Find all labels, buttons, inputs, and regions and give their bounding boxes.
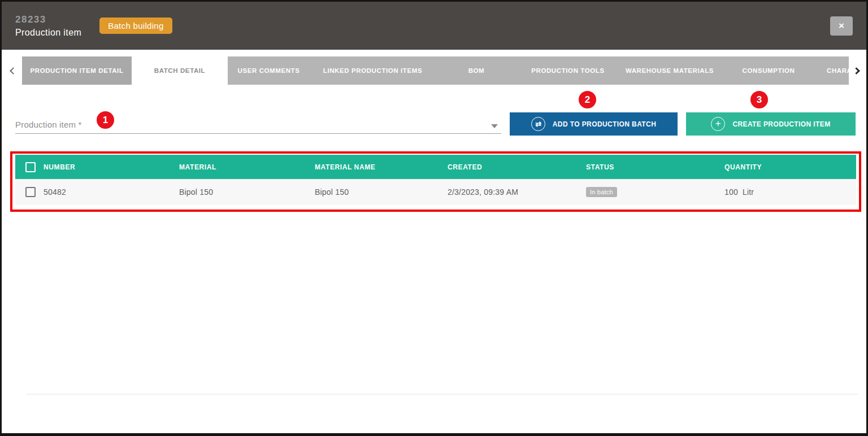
- row-material: Bipol 150: [179, 179, 315, 205]
- plus-circle-icon: +: [711, 117, 725, 131]
- tab-production-tools[interactable]: PRODUCTION TOOLS: [517, 56, 619, 85]
- dropdown-arrow-icon[interactable]: [491, 124, 498, 128]
- production-item-dialog: 28233 Production item Batch building × P…: [0, 0, 868, 436]
- tab-user-comments[interactable]: USER COMMENTS: [228, 56, 310, 85]
- close-icon: ×: [839, 21, 844, 30]
- row-quantity-cell: 100 Litr: [724, 179, 856, 205]
- create-production-item-label: CREATE PRODUCTION ITEM: [732, 120, 830, 128]
- row-checkbox[interactable]: [25, 187, 36, 197]
- column-header-quantity: QUANTITY: [724, 155, 856, 179]
- status-badge: Batch building: [99, 18, 172, 34]
- create-production-item-button[interactable]: + CREATE PRODUCTION ITEM: [686, 112, 856, 136]
- tabs-scroll-right-button[interactable]: [849, 56, 866, 85]
- column-header-material-name: MATERIAL NAME: [315, 155, 448, 179]
- row-created: 2/3/2023, 09:39 AM: [448, 179, 586, 205]
- bottom-divider: [27, 394, 858, 395]
- chevron-left-icon: [10, 67, 17, 75]
- annotation-step-2: 2: [579, 91, 596, 108]
- swap-arrows-icon: ⇄: [531, 117, 545, 131]
- production-item-number: 28233: [15, 14, 81, 25]
- tab-strip: PRODUCTION ITEM DETAIL BATCH DETAIL USER…: [22, 56, 866, 85]
- column-header-created: CREATED: [448, 155, 586, 179]
- dialog-header: 28233 Production item Batch building ×: [2, 2, 866, 50]
- table-row[interactable]: 50482 Bipol 150 Bipol 150 2/3/2023, 09:3…: [15, 179, 856, 205]
- batch-items-table-annotation-frame: NUMBER MATERIAL MATERIAL NAME CREATED ST…: [10, 151, 861, 212]
- tabs-scroll-left-button[interactable]: [2, 56, 22, 85]
- tab-batch-detail[interactable]: BATCH DETAIL: [132, 56, 228, 85]
- tab-warehouse-materials[interactable]: WAREHOUSE MATERIALS: [619, 56, 721, 85]
- select-all-checkbox[interactable]: [25, 162, 36, 172]
- tab-bar: PRODUCTION ITEM DETAIL BATCH DETAIL USER…: [2, 56, 866, 85]
- row-material-name: Bipol 150: [315, 179, 448, 205]
- column-header-number: NUMBER: [44, 155, 179, 179]
- row-quantity-unit: Litr: [743, 188, 754, 197]
- row-quantity-value: 100: [724, 188, 738, 197]
- tab-linked-production-items[interactable]: LINKED PRODUCTION ITEMS: [310, 56, 436, 85]
- annotation-step-1: 1: [97, 111, 114, 129]
- add-to-production-batch-button[interactable]: ⇄ ADD TO PRODUCTION BATCH: [510, 112, 678, 136]
- production-item-select-label: Production item *: [15, 120, 82, 129]
- row-number: 50482: [44, 179, 179, 205]
- dialog-title: Production item: [15, 28, 81, 38]
- add-to-production-batch-label: ADD TO PRODUCTION BATCH: [553, 120, 656, 128]
- tab-bom[interactable]: BOM: [436, 56, 517, 85]
- title-block: 28233 Production item: [15, 14, 81, 38]
- tab-consumption[interactable]: CONSUMPTION: [721, 56, 817, 85]
- column-header-status: STATUS: [586, 155, 724, 179]
- tab-production-item-detail[interactable]: PRODUCTION ITEM DETAIL: [22, 56, 132, 85]
- annotation-step-3: 3: [750, 91, 768, 108]
- row-status-cell: In batch: [586, 179, 724, 205]
- column-header-material: MATERIAL: [179, 155, 315, 179]
- chevron-right-icon: [853, 67, 860, 75]
- production-item-select[interactable]: Production item *: [15, 116, 501, 134]
- row-checkbox-cell: [15, 179, 44, 205]
- table-header-checkbox-cell: [15, 155, 44, 179]
- close-button[interactable]: ×: [830, 16, 853, 36]
- table-header-row: NUMBER MATERIAL MATERIAL NAME CREATED ST…: [15, 155, 856, 179]
- in-batch-status-chip: In batch: [586, 187, 617, 197]
